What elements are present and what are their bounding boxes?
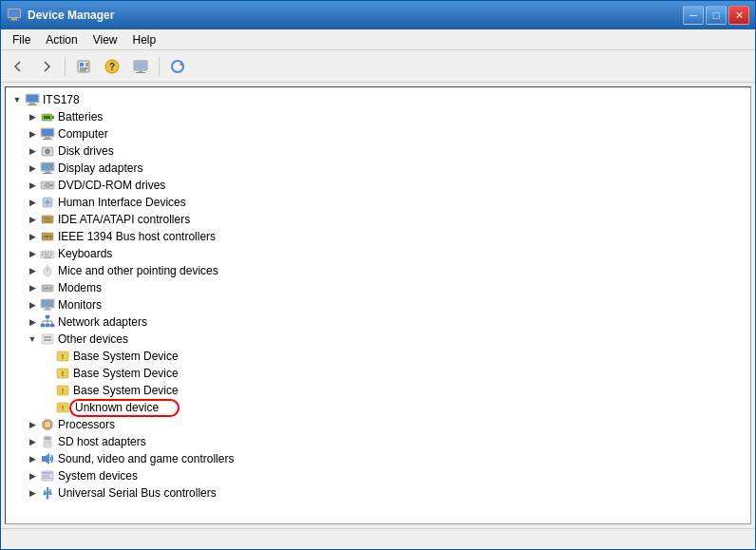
ieee-icon [40, 229, 55, 244]
tree-mice[interactable]: ▶ Mice and other pointing devices [6, 262, 750, 279]
expand-batteries[interactable]: ▶ [25, 109, 40, 124]
computer-label: Computer [58, 127, 108, 141]
view-button[interactable] [127, 54, 154, 79]
tree-monitors[interactable]: ▶ Monitors [6, 296, 750, 313]
expand-disk[interactable]: ▶ [25, 143, 40, 159]
expand-modems[interactable]: ▶ [25, 280, 40, 295]
svg-rect-55 [42, 255, 44, 256]
modem-icon [40, 280, 55, 295]
expand-usb[interactable]: ▶ [25, 485, 40, 501]
network-label: Network adapters [58, 315, 147, 329]
svg-rect-33 [42, 163, 53, 170]
expand-network[interactable]: ▶ [25, 314, 40, 330]
svg-point-65 [49, 288, 51, 290]
svg-text:!: ! [62, 352, 65, 361]
expand-dvd[interactable]: ▶ [25, 178, 40, 193]
tree-batteries[interactable]: ▶ Batteries [6, 108, 750, 125]
tree-base-system-3[interactable]: ▶ ! Base System Device [6, 382, 750, 399]
back-button[interactable] [5, 54, 31, 79]
root-label: ITS178 [43, 93, 80, 106]
window-title: Device Manager [28, 9, 114, 22]
tree-ieee[interactable]: ▶ IEEE 1394 Bus host controllers [6, 228, 750, 245]
batteries-icon [40, 109, 55, 124]
sd-label: SD host adapters [58, 435, 146, 448]
expand-monitors[interactable]: ▶ [25, 297, 40, 313]
expand-root[interactable]: ▼ [9, 92, 25, 107]
svg-rect-68 [46, 308, 49, 310]
expand-sd[interactable]: ▶ [25, 434, 40, 449]
keyboards-label: Keyboards [58, 247, 112, 260]
monitor-icon [40, 297, 55, 313]
menu-action[interactable]: Action [38, 31, 85, 48]
expand-computer[interactable]: ▶ [25, 126, 40, 142]
status-text [5, 529, 751, 549]
tree-display[interactable]: ▶ Display adapters [6, 160, 750, 177]
menu-help[interactable]: Help [125, 31, 164, 48]
tree-processors[interactable]: ▶ [6, 416, 750, 433]
expand-processors[interactable]: ▶ [25, 417, 40, 432]
other-icon [40, 332, 55, 347]
keyboard-icon [40, 246, 55, 261]
ieee-label: IEEE 1394 Bus host controllers [58, 230, 216, 243]
expand-other[interactable]: ▼ [25, 332, 40, 347]
tree-computer[interactable]: ▶ Computer [6, 125, 750, 142]
tree-network[interactable]: ▶ Network adapters [6, 313, 750, 331]
svg-rect-22 [52, 116, 54, 119]
tree-disk[interactable]: ▶ Disk drives [6, 142, 750, 160]
svg-rect-51 [42, 252, 44, 254]
unknown-device-label: Unknown device [75, 401, 159, 414]
expand-ide[interactable]: ▶ [25, 212, 40, 227]
tree-modems[interactable]: ▶ Modems [6, 279, 750, 296]
help-button[interactable]: ? [99, 54, 125, 79]
svg-rect-112 [43, 478, 51, 480]
svg-rect-67 [42, 300, 53, 307]
tree-sound[interactable]: ▶ Sound, video and game controllers [6, 450, 750, 467]
svg-rect-45 [44, 220, 51, 222]
usb-icon [40, 485, 55, 501]
title-bar: Device Manager ─ □ ✕ [1, 1, 755, 29]
update-button[interactable] [164, 54, 191, 79]
svg-rect-39 [50, 184, 53, 186]
expand-system[interactable]: ▶ [25, 468, 40, 484]
svg-rect-57 [49, 255, 52, 256]
svg-point-38 [47, 184, 48, 186]
other-label: Other devices [58, 332, 128, 346]
tree-keyboards[interactable]: ▶ Keyboards [6, 245, 750, 262]
tree-sd[interactable]: ▶ SD host adapters [6, 433, 750, 450]
svg-rect-15 [136, 72, 145, 73]
tree-usb[interactable]: ▶ Universal Serial Bus controllers [6, 484, 750, 502]
tree-base-system-2[interactable]: ▶ ! Base System Device [6, 365, 750, 382]
tree-unknown-device[interactable]: ▶ ! Unknown device [6, 399, 750, 416]
menu-file[interactable]: File [5, 31, 38, 48]
expand-sound[interactable]: ▶ [25, 451, 40, 466]
tree-hid[interactable]: ▶ Human Interface Devices [6, 194, 750, 211]
svg-point-113 [44, 493, 47, 496]
svg-rect-18 [27, 95, 38, 102]
minimize-button[interactable]: ─ [683, 6, 704, 25]
expand-mice[interactable]: ▶ [25, 263, 40, 278]
device-tree[interactable]: ▼ ITS178 ▶ [5, 86, 751, 524]
svg-rect-53 [47, 252, 49, 254]
ide-label: IDE ATA/ATAPI controllers [58, 213, 190, 226]
tree-ide[interactable]: ▶ IDE ATA/ATAPI controllers [6, 211, 750, 228]
tree-other[interactable]: ▼ Other devices [6, 331, 750, 348]
expand-keyboards[interactable]: ▶ [25, 246, 40, 261]
tree-system[interactable]: ▶ System devices [6, 467, 750, 484]
tree-root[interactable]: ▼ ITS178 [6, 91, 750, 108]
close-button[interactable]: ✕ [728, 6, 749, 25]
system-icon [40, 468, 55, 484]
expand-hid[interactable]: ▶ [25, 195, 40, 210]
tree-dvd[interactable]: ▶ DVD/CD-ROM drives [6, 177, 750, 194]
properties-button[interactable] [70, 54, 97, 79]
base-system-label-2: Base System Device [73, 367, 179, 380]
disk-label: Disk drives [58, 144, 114, 158]
network-icon [40, 314, 55, 330]
forward-button[interactable] [33, 54, 60, 79]
maximize-button[interactable]: □ [706, 6, 727, 25]
menu-view[interactable]: View [85, 31, 125, 48]
ide-icon [40, 212, 55, 227]
tree-base-system-1[interactable]: ▶ ! Base System Device [6, 348, 750, 365]
expand-display[interactable]: ▶ [25, 161, 40, 176]
expand-ieee[interactable]: ▶ [25, 229, 40, 244]
hid-icon [40, 195, 55, 210]
